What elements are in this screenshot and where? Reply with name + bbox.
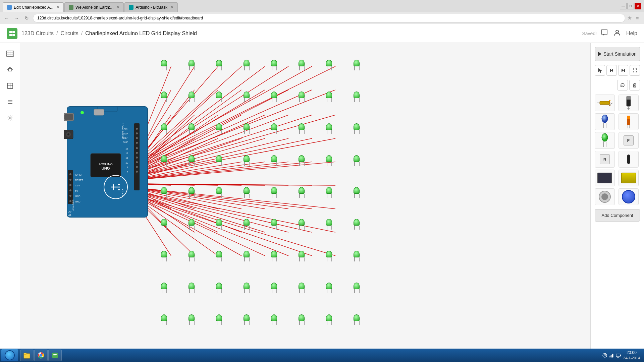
- led-1-0[interactable]: [161, 92, 168, 102]
- led-3-1[interactable]: [189, 155, 195, 165]
- led-7-2[interactable]: [216, 283, 223, 293]
- led-1-6[interactable]: [326, 92, 333, 102]
- settings-browser-btn[interactable]: ≡: [633, 14, 641, 22]
- step-back-btn[interactable]: [606, 65, 617, 76]
- component-view-btn[interactable]: [3, 63, 17, 76]
- led-7-5[interactable]: [299, 283, 305, 293]
- led-2-7[interactable]: [354, 123, 360, 133]
- led-4-6[interactable]: [326, 187, 333, 197]
- taskbar-item-chrome[interactable]: [34, 350, 48, 361]
- led-6-4[interactable]: [271, 251, 278, 261]
- capacitor-component[interactable]: [619, 95, 639, 111]
- yellow-module-component[interactable]: [619, 170, 639, 186]
- led-5-2[interactable]: [216, 219, 223, 229]
- led-5-4[interactable]: [271, 219, 278, 229]
- led-1-1[interactable]: [189, 92, 195, 102]
- led-4-0[interactable]: [161, 187, 168, 197]
- led-1-7[interactable]: [354, 92, 360, 102]
- led-5-0[interactable]: [161, 219, 168, 229]
- led-7-3[interactable]: [244, 283, 250, 293]
- black-stick-component[interactable]: [619, 151, 639, 168]
- n-transistor-component[interactable]: N: [595, 151, 615, 168]
- led-2-1[interactable]: [189, 123, 195, 133]
- led-0-6[interactable]: [326, 60, 333, 70]
- resistor-component[interactable]: [595, 95, 615, 111]
- led-3-5[interactable]: [299, 155, 305, 165]
- led-1-4[interactable]: [271, 92, 278, 102]
- led-4-5[interactable]: [299, 187, 305, 197]
- led-7-0[interactable]: [161, 283, 168, 293]
- orange-component[interactable]: [619, 113, 639, 130]
- led-4-4[interactable]: [271, 187, 278, 197]
- comment-button[interactable]: [601, 29, 608, 38]
- led-3-3[interactable]: [244, 155, 250, 165]
- led-0-0[interactable]: [161, 60, 168, 70]
- led-4-1[interactable]: [189, 187, 195, 197]
- rotate-btn[interactable]: [617, 80, 628, 90]
- led-6-5[interactable]: [299, 251, 305, 261]
- led-8-3[interactable]: [244, 314, 250, 324]
- led-6-2[interactable]: [216, 251, 223, 261]
- led-1-5[interactable]: [299, 92, 305, 102]
- led-2-5[interactable]: [299, 123, 305, 133]
- delete-btn[interactable]: [629, 80, 640, 90]
- led-5-1[interactable]: [189, 219, 195, 229]
- address-bar[interactable]: [33, 14, 625, 22]
- breadcrumb-part2[interactable]: Circuits: [60, 31, 78, 37]
- green-led-component[interactable]: [595, 132, 615, 149]
- maximize-btn[interactable]: □: [627, 3, 634, 9]
- led-0-2[interactable]: [216, 60, 223, 70]
- back-button[interactable]: ←: [3, 14, 11, 22]
- taskbar-item-app[interactable]: [48, 350, 62, 361]
- tab-2[interactable]: We Alone on Earth:... ✕: [64, 2, 124, 12]
- list-view-btn[interactable]: [3, 95, 17, 109]
- tab-close-1[interactable]: ✕: [57, 5, 59, 9]
- led-3-6[interactable]: [326, 155, 333, 165]
- led-6-6[interactable]: [326, 251, 333, 261]
- led-5-3[interactable]: [244, 219, 250, 229]
- select-tool-btn[interactable]: [595, 65, 605, 76]
- user-button[interactable]: [613, 29, 621, 38]
- led-3-7[interactable]: [354, 155, 360, 165]
- led-6-1[interactable]: [189, 251, 195, 261]
- led-2-0[interactable]: [161, 123, 168, 133]
- speaker-component[interactable]: [595, 188, 615, 205]
- led-0-5[interactable]: [299, 60, 305, 70]
- screen-component[interactable]: [595, 170, 615, 186]
- tab-3[interactable]: Arduino - BitMask ✕: [124, 2, 178, 12]
- start-simulation-button[interactable]: Start Simulation: [595, 47, 640, 61]
- led-4-2[interactable]: [216, 187, 223, 197]
- led-6-3[interactable]: [244, 251, 250, 261]
- potentiometer-component[interactable]: [619, 188, 639, 205]
- led-5-6[interactable]: [326, 219, 333, 229]
- led-7-6[interactable]: [326, 283, 333, 293]
- led-6-0[interactable]: [161, 251, 168, 261]
- led-5-7[interactable]: [354, 219, 360, 229]
- led-5-5[interactable]: [299, 219, 305, 229]
- led-8-4[interactable]: [271, 314, 278, 324]
- blue-led-component[interactable]: [595, 113, 615, 130]
- tab-close-3[interactable]: ✕: [171, 5, 173, 9]
- tab-close-2[interactable]: ✕: [117, 5, 119, 9]
- led-4-3[interactable]: [244, 187, 250, 197]
- canvas-area[interactable]: ARDUINO UNO IOREF RESET 3.3V 5V GND: [20, 43, 590, 349]
- led-0-7[interactable]: [354, 60, 360, 70]
- led-8-6[interactable]: [326, 314, 333, 324]
- arduino-board[interactable]: ARDUINO UNO IOREF RESET 3.3V 5V GND: [64, 97, 154, 224]
- led-1-2[interactable]: [216, 92, 223, 102]
- forward-button[interactable]: →: [13, 14, 21, 22]
- fullscreen-btn[interactable]: [630, 65, 640, 76]
- led-8-0[interactable]: [161, 314, 168, 324]
- led-7-4[interactable]: [271, 283, 278, 293]
- minimize-btn[interactable]: —: [620, 3, 627, 9]
- led-6-7[interactable]: [354, 251, 360, 261]
- led-0-4[interactable]: [271, 60, 278, 70]
- led-2-3[interactable]: [244, 123, 250, 133]
- led-7-7[interactable]: [354, 283, 360, 293]
- led-3-4[interactable]: [271, 155, 278, 165]
- led-1-3[interactable]: [244, 92, 250, 102]
- led-0-1[interactable]: [189, 60, 195, 70]
- bookmark-icon[interactable]: ★: [627, 15, 632, 21]
- breadcrumb-part1[interactable]: 123D Circuits: [21, 31, 54, 37]
- breadboard-view-btn[interactable]: [3, 47, 17, 60]
